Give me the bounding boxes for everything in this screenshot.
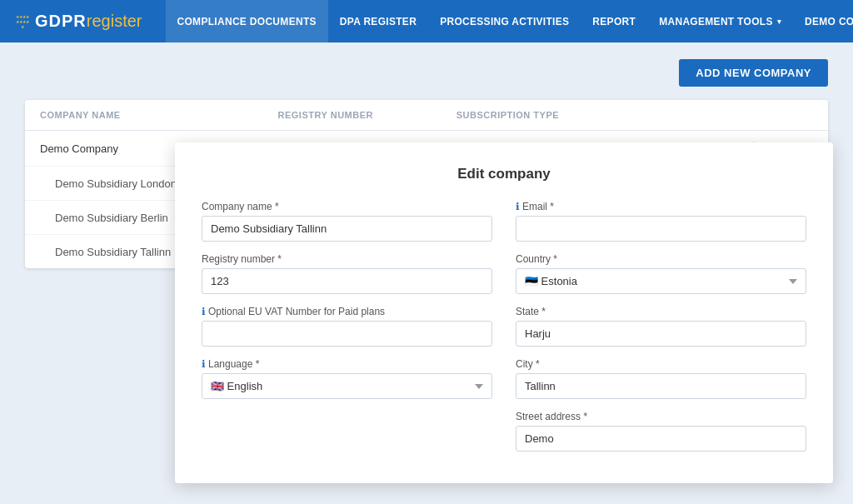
state-label: State * [516, 306, 806, 317]
city-group: City * [516, 358, 806, 399]
form-right-column: ℹEmail * Country * 🇪🇪 Estonia [516, 201, 806, 463]
header-subscription-type: SUBSCRIPTION TYPE [456, 110, 695, 120]
table-header: COMPANY NAME REGISTRY NUMBER SUBSCRIPTIO… [25, 100, 828, 131]
navbar: ★ ★ ★ ★ ★ ★ ★ ★ ★ GDPR register COMPLIAN… [0, 0, 853, 42]
demo-company-dropdown[interactable]: DEMO COMPANY ▾ [793, 0, 853, 42]
info-icon: ℹ [202, 358, 206, 370]
registry-number-group: Registry number * [202, 253, 492, 294]
language-select-wrap: 🇬🇧 English [202, 373, 492, 399]
nav-compliance-documents[interactable]: COMPLIANCE DOCUMENTS [166, 0, 328, 42]
header-registry-number: REGISTRY NUMBER [278, 110, 456, 120]
chevron-down-icon: ▾ [777, 17, 781, 26]
registry-number-label: Registry number * [202, 253, 492, 265]
email-label: ℹEmail * [516, 201, 806, 212]
street-address-label: Street address * [516, 411, 806, 422]
registry-number-input[interactable] [202, 268, 492, 294]
country-group: Country * 🇪🇪 Estonia [516, 253, 806, 294]
city-label: City * [516, 358, 806, 370]
nav-links: COMPLIANCE DOCUMENTS DPA REGISTER PROCES… [166, 0, 648, 42]
nav-report[interactable]: REPORT [581, 0, 647, 42]
info-icon: ℹ [202, 306, 206, 317]
form-left-column: Company name * Registry number * ℹOption… [202, 201, 492, 463]
country-label: Country * [516, 253, 806, 265]
country-select-wrap: 🇪🇪 Estonia [516, 268, 806, 294]
company-name-input[interactable] [202, 216, 492, 242]
logo-stars: ★ ★ ★ ★ ★ ★ ★ ★ ★ [15, 14, 30, 29]
eu-vat-group: ℹOptional EU VAT Number for Paid plans [202, 306, 492, 347]
main-area: ADD NEW COMPANY COMPANY NAME REGISTRY NU… [0, 42, 853, 504]
logo-gdpr-text: GDPR [35, 12, 87, 31]
company-name-label: Company name * [202, 201, 492, 212]
street-address-group: Street address * [516, 411, 806, 452]
header-company-name: COMPANY NAME [40, 110, 278, 120]
company-name-group: Company name * [202, 201, 492, 242]
nav-right: MANAGEMENT TOOLS ▾ DEMO COMPANY ▾ DEMO U… [647, 0, 853, 42]
edit-company-modal: Edit company Company name * Registry num… [175, 142, 833, 483]
info-icon: ℹ [516, 201, 520, 212]
language-group: ℹLanguage * 🇬🇧 English [202, 358, 492, 399]
add-btn-row: ADD NEW COMPANY [25, 59, 828, 87]
star-icon: ★ [21, 24, 24, 29]
modal-title: Edit company [202, 166, 806, 182]
modal-form: Company name * Registry number * ℹOption… [202, 201, 806, 463]
modal-overlay: Edit company Company name * Registry num… [175, 142, 853, 504]
language-label: ℹLanguage * [202, 358, 492, 370]
state-input[interactable] [516, 321, 806, 347]
language-select[interactable]: 🇬🇧 English [202, 373, 492, 399]
management-tools-dropdown[interactable]: MANAGEMENT TOOLS ▾ [647, 0, 793, 42]
eu-vat-input[interactable] [202, 321, 492, 347]
country-select[interactable]: 🇪🇪 Estonia [516, 268, 806, 294]
street-address-input[interactable] [516, 426, 806, 452]
email-group: ℹEmail * [516, 201, 806, 242]
nav-processing-activities[interactable]: PROCESSING ACTIVITIES [428, 0, 581, 42]
add-new-company-button[interactable]: ADD NEW COMPANY [679, 59, 828, 87]
header-actions [694, 110, 813, 120]
nav-dpa-register[interactable]: DPA REGISTER [328, 0, 428, 42]
star-icon: ★ [26, 19, 29, 24]
logo-register-text: register [87, 12, 142, 31]
email-input[interactable] [516, 216, 806, 242]
logo: ★ ★ ★ ★ ★ ★ ★ ★ ★ GDPR register [15, 12, 142, 31]
city-input[interactable] [516, 373, 806, 399]
state-group: State * [516, 306, 806, 347]
eu-vat-label: ℹOptional EU VAT Number for Paid plans [202, 306, 492, 317]
